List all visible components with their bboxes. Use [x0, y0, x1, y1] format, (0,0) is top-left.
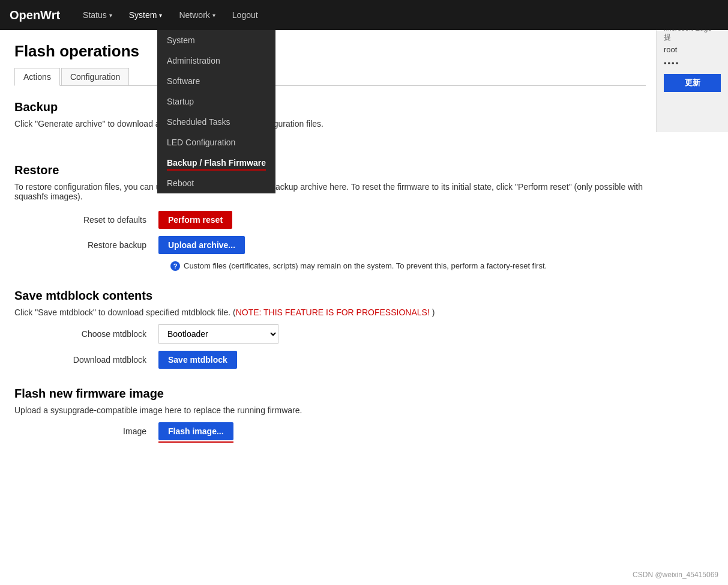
save-mtdblock-button[interactable]: Save mtdblock: [158, 351, 237, 369]
backup-download-row: Download backup: [38, 136, 646, 145]
choose-mtdblock-label: Choose mtdblock: [38, 329, 158, 339]
brand-logo[interactable]: OpenWrt: [10, 8, 60, 22]
tab-actions[interactable]: Actions: [14, 68, 60, 86]
nav-status[interactable]: Status ▾: [74, 2, 121, 28]
mtdblock-select[interactable]: Bootloader kernel ubi rootfs_data: [158, 324, 278, 344]
tabs: Actions Configuration: [14, 68, 646, 86]
perform-reset-button[interactable]: Perform reset: [158, 211, 232, 229]
update-password-button[interactable]: 更新: [664, 74, 721, 92]
page-title: Flash operations: [14, 42, 646, 61]
dropdown-reboot[interactable]: Reboot: [157, 173, 275, 193]
dropdown-led-configuration[interactable]: LED Configuration: [157, 132, 275, 153]
nav-logout[interactable]: Logout: [224, 2, 266, 28]
download-mtdblock-row: Download mtdblock Save mtdblock: [38, 351, 646, 369]
dropdown-software[interactable]: Software: [157, 71, 275, 91]
restore-title: Restore: [14, 163, 646, 177]
navbar: OpenWrt Status ▾ System ▾ Network ▾ Logo…: [0, 0, 728, 30]
flash-section: Flash new firmware image Upload a sysupg…: [14, 387, 646, 440]
backup-description: Click "Generate archive" to download a t…: [14, 119, 646, 129]
system-arrow-icon: ▾: [159, 12, 162, 19]
nav-system[interactable]: System ▾: [121, 2, 171, 28]
flash-image-button[interactable]: Flash image...: [158, 422, 233, 440]
restore-description: To restore configuration files, you can …: [14, 182, 646, 201]
restore-backup-label: Restore backup: [38, 240, 158, 250]
dropdown-scheduled-tasks[interactable]: Scheduled Tasks: [157, 112, 275, 132]
restore-backup-row: Restore backup Upload archive...: [38, 236, 646, 254]
reset-defaults-row: Reset to defaults Perform reset: [38, 211, 646, 229]
network-arrow-icon: ▾: [212, 12, 215, 19]
flash-title: Flash new firmware image: [14, 387, 646, 401]
system-dropdown: System Administration Software Startup S…: [157, 30, 275, 193]
upload-archive-button[interactable]: Upload archive...: [158, 236, 245, 254]
flash-image-row: Image Flash image...: [38, 422, 646, 440]
backup-section: Backup Click "Generate archive" to downl…: [14, 100, 646, 145]
dropdown-backup-flash[interactable]: Backup / Flash Firmware: [157, 153, 275, 173]
tab-configuration[interactable]: Configuration: [61, 68, 129, 85]
mtdblock-section: Save mtdblock contents Click "Save mtdbl…: [14, 289, 646, 369]
nav-network[interactable]: Network ▾: [170, 2, 223, 28]
flash-image-label: Image: [38, 426, 158, 436]
right-panel-username: root: [664, 45, 721, 54]
mtdblock-description: Click "Save mtdblock" to download specif…: [14, 308, 646, 317]
restore-section: Restore To restore configuration files, …: [14, 163, 646, 271]
choose-mtdblock-row: Choose mtdblock Bootloader kernel ubi ro…: [38, 324, 646, 344]
backup-title: Backup: [14, 100, 646, 114]
info-icon: ?: [170, 261, 180, 271]
status-arrow-icon: ▾: [109, 12, 112, 19]
flash-description: Upload a sysupgrade-compatible image her…: [14, 405, 646, 415]
dropdown-administration[interactable]: Administration: [157, 50, 275, 71]
mtdblock-note: NOTE: THIS FEATURE IS FOR PROFESSIONALS!: [236, 308, 430, 317]
dropdown-system[interactable]: System: [157, 30, 275, 50]
main-content: Flash operations Actions Configuration B…: [0, 30, 660, 470]
reset-label: Reset to defaults: [38, 215, 158, 225]
download-mtdblock-label: Download mtdblock: [38, 355, 158, 365]
restore-help-text: ? Custom files (certificates, scripts) m…: [170, 261, 646, 271]
right-panel-password: ••••: [664, 59, 721, 68]
dropdown-startup[interactable]: Startup: [157, 91, 275, 112]
mtdblock-title: Save mtdblock contents: [14, 289, 646, 303]
